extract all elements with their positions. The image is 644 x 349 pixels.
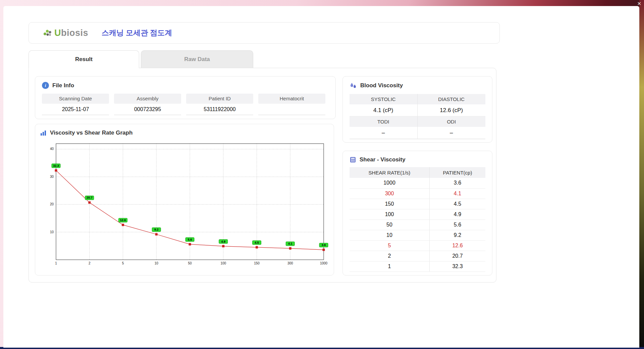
patient-cell: 32.3 <box>429 261 485 271</box>
svg-text:30: 30 <box>50 175 54 179</box>
bv-header-systolic: SYSTOLIC <box>350 94 418 104</box>
patient-cell: 4.5 <box>429 199 485 209</box>
patient-cell: 12.6 <box>429 240 485 251</box>
bv-value-row-2: – – <box>350 127 485 139</box>
field-scanning-date: Scanning Date 2025-11-07 <box>42 94 109 115</box>
svg-text:3.6: 3.6 <box>322 243 326 247</box>
viscosity-graph-card: Viscosity vs Shear Rate Graph 1020304012… <box>35 124 334 276</box>
bv-header-odi: ODI <box>418 116 486 127</box>
blood-viscosity-table: SYSTOLIC DIASTOLIC 4.1 (cP) 12.6 (cP) TO… <box>350 94 485 139</box>
shear-rate-cell: 300 <box>350 188 429 199</box>
field-value <box>258 104 325 115</box>
blood-viscosity-title: Blood Viscosity <box>360 82 403 89</box>
svg-text:1000: 1000 <box>320 261 328 265</box>
bar-chart-icon <box>40 130 47 136</box>
bv-header-diastolic: DIASTOLIC <box>418 94 486 104</box>
shear-rate-cell: 5 <box>350 240 429 251</box>
patient-cell: 4.1 <box>429 188 485 199</box>
svg-text:1: 1 <box>55 261 57 265</box>
field-value: 2025-11-07 <box>42 104 109 115</box>
svg-text:10: 10 <box>50 230 54 234</box>
file-info-card: i File Info Scanning Date 2025-11-07 Ass… <box>35 76 336 119</box>
shear-table-row: 220.7 <box>350 251 485 261</box>
ubiosis-logo: Ubiosis <box>43 28 88 38</box>
svg-text:50: 50 <box>188 261 192 265</box>
blood-viscosity-card: Blood Viscosity SYSTOLIC DIASTOLIC 4.1 (… <box>342 76 492 143</box>
file-info-title: File Info <box>52 82 74 89</box>
logo-text: Ubiosis <box>54 28 88 38</box>
logo-dots-icon <box>43 28 53 38</box>
shear-viscosity-title-row: Shear - Viscosity <box>350 156 485 163</box>
shear-rate-cell: 50 <box>350 219 429 230</box>
shear-rate-cell: 150 <box>350 199 429 209</box>
shear-table-row: 132.3 <box>350 261 485 271</box>
svg-text:4.1: 4.1 <box>288 242 292 245</box>
shear-viscosity-table: SHEAR RATE(1/s) PATIENT(cp) 10003.63004.… <box>350 167 485 272</box>
shear-rate-cell: 1 <box>350 261 429 271</box>
patient-cell: 20.7 <box>429 251 485 261</box>
shear-table-body: 10003.63004.11504.51004.9505.6109.2512.6… <box>350 178 485 271</box>
app-title: 스캐닝 모세관 점도계 <box>102 28 172 38</box>
patient-cell: 5.6 <box>429 219 485 230</box>
field-patient-id: Patient ID 53111922000 <box>186 94 253 115</box>
shear-rate-cell: 100 <box>350 209 429 219</box>
svg-text:5: 5 <box>122 261 124 265</box>
field-label: Hematocrit <box>258 94 325 104</box>
patient-cell: 4.9 <box>429 209 485 219</box>
patient-cell: 3.6 <box>429 178 485 188</box>
svg-text:10: 10 <box>155 261 159 265</box>
shear-table-header-row: SHEAR RATE(1/s) PATIENT(cp) <box>350 167 485 178</box>
field-label: Scanning Date <box>42 94 109 104</box>
svg-text:5.6: 5.6 <box>188 238 192 241</box>
svg-text:20.7: 20.7 <box>87 196 93 199</box>
field-assembly: Assembly 000723295 <box>114 94 181 115</box>
grid-table-icon <box>350 156 356 163</box>
file-info-title-row: i File Info <box>42 82 329 89</box>
svg-text:40: 40 <box>50 147 54 151</box>
tab-raw-data[interactable]: Raw Data <box>141 50 253 68</box>
svg-text:9.2: 9.2 <box>154 228 159 231</box>
shear-table-row: 1504.5 <box>350 199 485 209</box>
file-info-fields: Scanning Date 2025-11-07 Assembly 000723… <box>42 94 329 115</box>
shear-rate-cell: 10 <box>350 230 429 240</box>
bv-value-row-1: 4.1 (cP) 12.6 (cP) <box>350 104 485 116</box>
bv-header-todi: TODI <box>350 116 418 127</box>
shear-table-row: 1004.9 <box>350 209 485 219</box>
graph-title: Viscosity vs Shear Rate Graph <box>50 130 132 136</box>
shear-rate-cell: 1000 <box>350 178 429 188</box>
droplet-icon <box>350 82 357 89</box>
field-label: Patient ID <box>186 94 253 104</box>
shear-table-row: 10003.6 <box>350 178 485 188</box>
bv-value-systolic: 4.1 (cP) <box>350 104 418 116</box>
svg-text:4.9: 4.9 <box>221 240 225 243</box>
shear-table-row: 512.6 <box>350 240 485 251</box>
result-panel: i File Info Scanning Date 2025-11-07 Ass… <box>29 68 496 283</box>
patient-cell: 9.2 <box>429 230 485 240</box>
svg-text:12.6: 12.6 <box>120 218 126 222</box>
app-window: Ubiosis 스캐닝 모세관 점도계 Result Raw Data i Fi… <box>3 6 639 348</box>
desktop-edge-right <box>639 0 644 349</box>
window-close-button[interactable]: ✕ <box>637 1 641 6</box>
patient-column-header: PATIENT(cp) <box>429 167 485 178</box>
info-icon: i <box>42 82 49 89</box>
tab-result[interactable]: Result <box>29 50 139 68</box>
svg-text:2: 2 <box>89 261 91 265</box>
svg-text:300: 300 <box>287 261 293 265</box>
bv-header-row-1: SYSTOLIC DIASTOLIC <box>350 94 485 104</box>
bv-value-diastolic: 12.6 (cP) <box>418 104 486 116</box>
shear-viscosity-title: Shear - Viscosity <box>360 156 406 163</box>
bv-header-row-2: TODI ODI <box>350 116 485 127</box>
svg-text:100: 100 <box>220 261 226 265</box>
field-value: 000723295 <box>114 104 181 115</box>
shear-table-row: 3004.1 <box>350 188 485 199</box>
shear-rate-cell: 2 <box>350 251 429 261</box>
viscosity-chart: 102030401251050100150300100032.320.712.6… <box>40 138 329 270</box>
svg-text:32.3: 32.3 <box>53 164 59 167</box>
shear-viscosity-card: Shear - Viscosity SHEAR RATE(1/s) PATIEN… <box>342 151 492 276</box>
shear-table-row: 109.2 <box>350 230 485 240</box>
field-value: 53111922000 <box>186 104 253 115</box>
svg-text:20: 20 <box>50 202 54 206</box>
svg-text:150: 150 <box>254 261 260 265</box>
graph-title-row: Viscosity vs Shear Rate Graph <box>40 130 329 136</box>
shear-rate-column-header: SHEAR RATE(1/s) <box>350 167 429 178</box>
